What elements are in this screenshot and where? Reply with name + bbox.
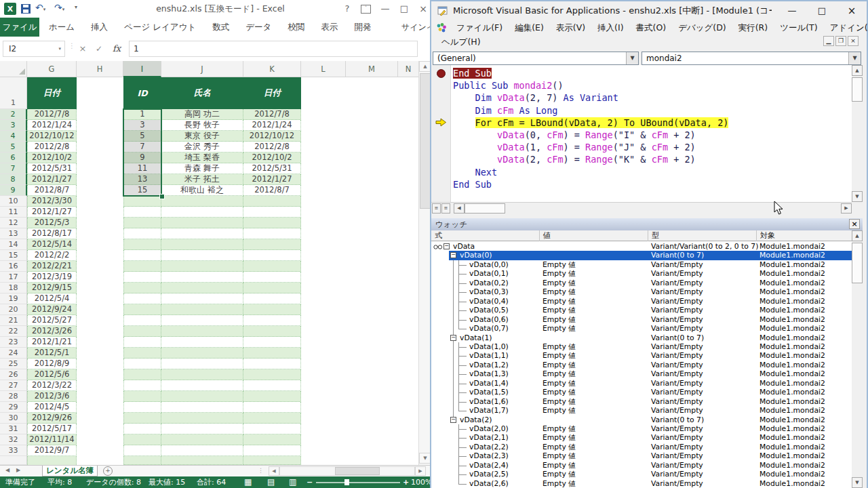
row-header-10[interactable]: 10	[0, 196, 27, 207]
cell-G3[interactable]: 2012/1/24	[27, 120, 77, 131]
code-line[interactable]: End Sub	[453, 178, 492, 190]
zoom-slider-thumb[interactable]	[344, 479, 349, 485]
watch-row[interactable]: vData(1,7)Empty 値Variant/EmptyModule1.mo…	[431, 406, 852, 415]
selection-fill-handle[interactable]	[159, 194, 165, 199]
watch-row[interactable]: vData(2,4)Empty 値Variant/EmptyModule1.mo…	[431, 461, 852, 470]
cell-K15[interactable]	[243, 250, 301, 261]
row-header-9[interactable]: 9	[0, 185, 27, 196]
sheet-vscroll-thumb[interactable]	[420, 73, 431, 209]
code-vscroll-thumb[interactable]	[852, 77, 863, 102]
cell-J27[interactable]	[161, 380, 243, 391]
watch-row[interactable]: −vDataVariant/Variant(0 to 2, 0 to 7)Mod…	[431, 242, 852, 251]
cell-J9[interactable]: 和歌山 裕之	[161, 185, 243, 196]
cell-J24[interactable]	[161, 348, 243, 359]
cell-J4[interactable]: 東京 役子	[161, 131, 243, 142]
code-line[interactable]: Public Sub mondai2()	[453, 79, 564, 92]
watch-row[interactable]: vData(0,7)Empty 値Variant/EmptyModule1.mo…	[431, 324, 852, 333]
full-module-view-icon[interactable]: ≡	[441, 203, 450, 214]
watch-col-context[interactable]: 対象	[757, 230, 852, 241]
cell-J26[interactable]	[161, 369, 243, 380]
watch-row[interactable]: vData(2,6)Empty 値Variant/EmptyModule1.mo…	[431, 479, 852, 488]
cell-G10[interactable]: 2012/3/30	[27, 196, 77, 207]
row-header-12[interactable]: 12	[0, 218, 27, 228]
tab-ページ レイアウト[interactable]: ページ レイアウト	[116, 18, 204, 37]
cell-I14[interactable]	[123, 239, 161, 250]
row-header-33[interactable]: 33	[0, 445, 27, 456]
row-header-26[interactable]: 26	[0, 369, 27, 380]
watch-row[interactable]: vData(2,5)Empty 値Variant/EmptyModule1.mo…	[431, 470, 852, 479]
row-header-30[interactable]: 30	[0, 413, 27, 424]
cell-K20[interactable]	[243, 304, 301, 315]
cell-I11[interactable]	[123, 207, 161, 218]
cell-I32[interactable]	[123, 434, 161, 445]
row-header-7[interactable]: 7	[0, 163, 27, 174]
procedure-view-icon[interactable]: ≡	[432, 203, 441, 214]
row-header-1[interactable]: 1	[0, 77, 27, 109]
cell-J21[interactable]	[161, 315, 243, 326]
cell-G27[interactable]: 2012/3/22	[27, 380, 77, 391]
watch-vscrollbar[interactable]: ▲ ▼	[852, 230, 863, 488]
sheet-scroll-right-icon[interactable]: ▶	[16, 467, 20, 473]
cell-G29[interactable]: 2012/4/5	[27, 402, 77, 413]
watch-close-icon[interactable]: ×	[849, 219, 860, 229]
cell-I13[interactable]	[123, 228, 161, 239]
cell-I24[interactable]	[123, 348, 161, 359]
cell-G12[interactable]: 2012/5/3	[27, 218, 77, 228]
chevron-down-icon[interactable]: ▼	[848, 52, 861, 64]
cell-K4[interactable]: 2012/10/12	[243, 131, 301, 142]
tab-データ[interactable]: データ	[237, 18, 279, 37]
row-header-24[interactable]: 24	[0, 348, 27, 359]
child-close-icon[interactable]: ×	[848, 36, 859, 46]
cell-I26[interactable]	[123, 369, 161, 380]
cell-J7[interactable]: 青森 舞子	[161, 163, 243, 174]
cell-G13[interactable]: 2012/8/17	[27, 228, 77, 239]
cell-J17[interactable]	[161, 272, 243, 283]
formula-input[interactable]: 1	[129, 41, 418, 57]
scroll-up-icon[interactable]: ▲	[852, 65, 863, 76]
cell-K9[interactable]: 2012/8/7	[243, 185, 301, 196]
zoom-out-icon[interactable]: −	[307, 476, 313, 488]
cell-G7[interactable]: 2012/5/31	[27, 163, 77, 174]
watch-row[interactable]: vData(2,3)Empty 値Variant/EmptyModule1.mo…	[431, 451, 852, 461]
cell-J15[interactable]	[161, 250, 243, 261]
cell-I15[interactable]	[123, 250, 161, 261]
cell-I23[interactable]	[123, 337, 161, 348]
cell-J5[interactable]: 金沢 秀子	[161, 142, 243, 152]
confirm-entry-icon[interactable]: ✓	[92, 41, 106, 57]
cell-K3[interactable]: 2012/1/24	[243, 120, 301, 131]
cell-G23[interactable]: 2012/1/21	[27, 337, 77, 348]
watch-row[interactable]: vData(2,2)Empty 値Variant/EmptyModule1.mo…	[431, 443, 852, 452]
watch-row[interactable]: vData(1,3)Empty 値Variant/EmptyModule1.mo…	[431, 369, 852, 379]
cell-G25[interactable]: 2012/8/9	[27, 359, 77, 369]
excel-minimize-icon[interactable]: —	[377, 0, 393, 18]
row-header-34[interactable]	[0, 456, 27, 465]
cell-J11[interactable]	[161, 207, 243, 218]
cell-G34[interactable]	[27, 456, 77, 465]
cell-G6[interactable]: 2012/10/2	[27, 152, 77, 163]
code-line[interactable]: End Sub	[453, 67, 492, 79]
row-header-5[interactable]: 5	[0, 142, 27, 152]
cell-G19[interactable]: 2012/5/4	[27, 293, 77, 304]
tab-開発[interactable]: 開発	[346, 18, 379, 37]
cell-G31[interactable]: 2012/5/17	[27, 424, 77, 434]
menu-ファイル(F)[interactable]: ファイル(F)	[450, 20, 509, 35]
cell-G8[interactable]: 2012/1/27	[27, 174, 77, 185]
cell-K7[interactable]: 2012/5/31	[243, 163, 301, 174]
menu-デバッグ(D)[interactable]: デバッグ(D)	[672, 20, 732, 35]
tabbar-splitter[interactable]: ⋮	[258, 467, 264, 474]
watch-row[interactable]: −vData(1)Variant(0 to 7)Module1.mondai2	[431, 333, 852, 343]
row-header-22[interactable]: 22	[0, 326, 27, 337]
cell-G11[interactable]: 2012/1/27	[27, 207, 77, 218]
cell-K34[interactable]	[243, 456, 301, 465]
menu-書式(O)[interactable]: 書式(O)	[630, 20, 673, 35]
tree-collapse-icon[interactable]: −	[450, 417, 456, 423]
chevron-down-icon[interactable]: ▼	[626, 52, 638, 64]
code-line[interactable]: vData(0, cFm) = Range("I" & cFm + 2)	[453, 129, 696, 141]
column-header-K[interactable]: K	[243, 61, 301, 77]
row-header-28[interactable]: 28	[0, 391, 27, 402]
page-layout-view-icon[interactable]: ▤	[267, 476, 275, 488]
cancel-entry-icon[interactable]: ×	[76, 41, 90, 57]
scroll-down-icon[interactable]: ▼	[852, 191, 863, 202]
watch-row[interactable]: vData(2,0)Empty 値Variant/EmptyModule1.mo…	[431, 424, 852, 434]
code-margin[interactable]	[431, 65, 451, 202]
